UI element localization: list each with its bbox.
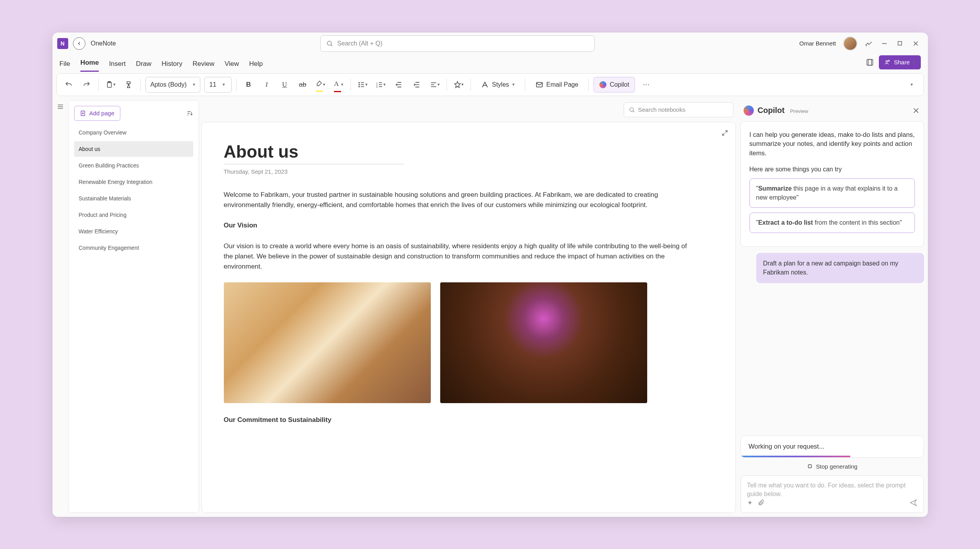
sort-icon[interactable] xyxy=(186,110,193,117)
expand-icon[interactable] xyxy=(721,129,728,136)
send-icon[interactable] xyxy=(909,499,917,507)
copilot-suggestion-2[interactable]: "Extract a to-do list from the content i… xyxy=(750,213,915,233)
highlight-button[interactable]: ▾ xyxy=(314,78,328,92)
email-page-button[interactable]: Email Page xyxy=(530,77,584,93)
reading-view-icon[interactable] xyxy=(866,58,874,67)
bullet-list-button[interactable]: ▾ xyxy=(356,78,370,92)
maximize-button[interactable] xyxy=(896,39,904,48)
image-row xyxy=(224,282,690,403)
strikethrough-button[interactable]: ab xyxy=(296,78,310,92)
menu-help[interactable]: Help xyxy=(249,60,263,72)
page-item[interactable]: Renewable Energy Integration xyxy=(74,174,193,190)
svg-point-8 xyxy=(888,60,889,61)
note-image-2[interactable] xyxy=(440,282,647,403)
close-button[interactable] xyxy=(911,39,920,48)
svg-point-7 xyxy=(886,60,887,62)
share-button[interactable]: Share ▾ xyxy=(879,55,920,69)
app-name: OneNote xyxy=(91,40,116,47)
avatar[interactable] xyxy=(843,36,857,51)
add-page-button[interactable]: Add page xyxy=(74,106,120,121)
page-item[interactable]: Green Building Practices xyxy=(74,158,193,173)
bold-button[interactable]: B xyxy=(241,78,256,92)
copilot-label: Copilot xyxy=(610,81,629,88)
back-button[interactable] xyxy=(73,37,85,50)
email-page-label: Email Page xyxy=(546,81,579,88)
attach-icon[interactable] xyxy=(757,499,764,506)
search-notebooks-input[interactable]: Search notebooks xyxy=(624,102,733,117)
menu-home[interactable]: Home xyxy=(80,59,99,72)
nav-toggle-button[interactable] xyxy=(53,98,68,517)
search-notebooks-placeholder: Search notebooks xyxy=(638,106,686,113)
svg-point-43 xyxy=(630,107,633,111)
menu-draw[interactable]: Draw xyxy=(136,60,152,72)
svg-rect-6 xyxy=(868,59,871,65)
main-area: Add page Company Overview About us Green… xyxy=(53,98,928,517)
font-family-select[interactable]: Aptos (Body)▾ xyxy=(145,77,200,93)
app-icon: N xyxy=(57,38,68,49)
paste-button[interactable]: ▾ xyxy=(103,78,118,92)
search-input[interactable]: Search (Alt + Q) xyxy=(320,35,595,52)
italic-button[interactable]: I xyxy=(260,78,274,92)
page-item[interactable]: Product and Pricing xyxy=(74,207,193,223)
copilot-intro-text: I can help you generate ideas, make to-d… xyxy=(750,130,915,158)
menu-history[interactable]: History xyxy=(162,60,182,72)
menu-view[interactable]: View xyxy=(225,60,239,72)
menu-review[interactable]: Review xyxy=(192,60,214,72)
copilot-working-status: Working on your request... xyxy=(740,435,924,458)
indent-button[interactable] xyxy=(410,78,424,92)
page-item[interactable]: About us xyxy=(74,141,193,157)
copilot-input-placeholder: Tell me what you want to do. For ideas, … xyxy=(747,481,917,499)
progress-bar xyxy=(741,456,851,457)
copilot-title: Copilot xyxy=(758,106,785,115)
format-painter-button[interactable] xyxy=(122,78,136,92)
copilot-user-message: Draft a plan for a new ad campaign based… xyxy=(756,253,924,283)
page-item[interactable]: Company Overview xyxy=(74,125,193,140)
search-placeholder: Search (Alt + Q) xyxy=(337,40,382,47)
menu-tabs: File Home Insert Draw History Review Vie… xyxy=(53,55,928,72)
underline-button[interactable]: U xyxy=(278,78,292,92)
app-window: N OneNote Search (Alt + Q) Omar Bennett xyxy=(53,33,928,517)
undo-button[interactable] xyxy=(62,78,76,92)
page-item[interactable]: Sustainable Materials xyxy=(74,191,193,206)
sparkle-icon[interactable]: ✦ xyxy=(747,499,753,507)
styles-button[interactable]: Styles▾ xyxy=(475,77,520,93)
copilot-close-button[interactable] xyxy=(911,106,921,115)
note-heading[interactable]: Our Commitment to Sustainability xyxy=(224,415,690,425)
menu-insert[interactable]: Insert xyxy=(109,60,126,72)
add-page-label: Add page xyxy=(89,110,114,116)
page-title[interactable]: About us xyxy=(224,142,713,162)
note-paragraph[interactable]: Welcome to Fabrikam, your trusted partne… xyxy=(224,190,690,211)
page-item[interactable]: Community Engagement xyxy=(74,240,193,256)
copilot-suggestion-1[interactable]: "Summarize this page in a way that expla… xyxy=(750,178,915,208)
menu-file[interactable]: File xyxy=(60,60,70,72)
font-family-value: Aptos (Body) xyxy=(151,81,187,88)
settings-icon[interactable] xyxy=(864,39,873,48)
more-button[interactable]: ⋯ xyxy=(639,78,653,92)
copilot-intro-card: I can help you generate ideas, make to-d… xyxy=(740,121,924,247)
ribbon-toolbar: ▾ Aptos (Body)▾ 11▾ B I U ab ▾ A▾ ▾ 123▾… xyxy=(56,73,924,96)
share-label: Share xyxy=(894,59,909,65)
font-color-button[interactable]: A▾ xyxy=(332,78,346,92)
font-size-select[interactable]: 11▾ xyxy=(204,77,232,93)
copilot-input[interactable]: Tell me what you want to do. For ideas, … xyxy=(740,475,924,513)
note-paragraph[interactable]: Our vision is to create a world where ev… xyxy=(224,241,690,272)
note-body[interactable]: Welcome to Fabrikam, your trusted partne… xyxy=(224,190,690,425)
align-button[interactable]: ▾ xyxy=(428,78,442,92)
svg-point-11 xyxy=(359,82,359,83)
number-list-button[interactable]: 123▾ xyxy=(374,78,388,92)
page-date: Thursday, Sept 21, 2023 xyxy=(224,168,713,175)
copilot-stop-button[interactable]: Stop generating xyxy=(740,463,924,470)
note-image-1[interactable] xyxy=(224,282,431,403)
copilot-working-text: Working on your request... xyxy=(749,443,824,450)
ribbon-collapse-button[interactable]: ▾ xyxy=(905,78,919,92)
copilot-panel: Copilot Preview I can help you generate … xyxy=(740,100,924,513)
note-heading[interactable]: Our Vision xyxy=(224,220,690,231)
tag-button[interactable]: ▾ xyxy=(452,78,466,92)
page-item[interactable]: Water Efficiency xyxy=(74,224,193,239)
outdent-button[interactable] xyxy=(392,78,406,92)
redo-button[interactable] xyxy=(80,78,94,92)
minimize-button[interactable] xyxy=(880,39,889,48)
user-name: Omar Bennett xyxy=(799,40,836,47)
copilot-button[interactable]: Copilot xyxy=(593,77,635,93)
note-canvas[interactable]: About us Thursday, Sept 21, 2023 Welcome… xyxy=(201,122,736,513)
